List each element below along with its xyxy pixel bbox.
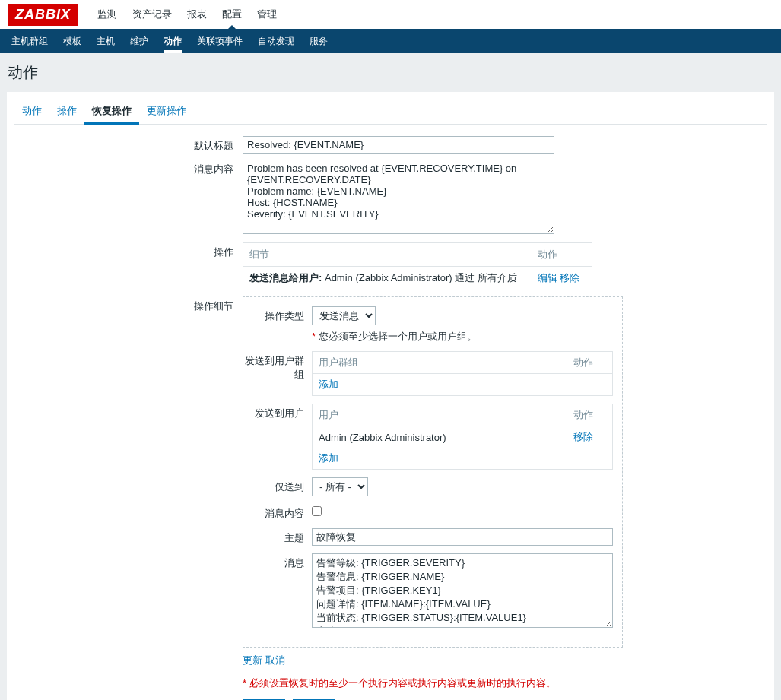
ops-remove-link[interactable]: 移除 xyxy=(560,272,579,283)
tab-operations[interactable]: 操作 xyxy=(49,100,84,125)
group-table: 用户群组 动作 添加 xyxy=(312,351,613,396)
tab-update[interactable]: 更新操作 xyxy=(139,100,194,125)
top-nav: 监测 资产记录 报表 配置 管理 xyxy=(90,0,284,29)
subnav-discovery[interactable]: 自动发现 xyxy=(250,29,302,53)
subject-input[interactable] xyxy=(312,528,613,546)
page-title: 动作 xyxy=(8,62,773,83)
default-title-label: 默认标题 xyxy=(14,136,243,154)
subject-label: 主题 xyxy=(243,528,312,546)
default-title-input[interactable] xyxy=(243,136,554,154)
user-action-col: 动作 xyxy=(567,404,613,426)
page-header: 动作 xyxy=(0,53,781,92)
subnav-maintenance[interactable]: 维护 xyxy=(122,29,156,53)
message-content-textarea[interactable] xyxy=(243,160,554,234)
ops-edit-link[interactable]: 编辑 xyxy=(538,272,557,283)
asterisk-icon: * xyxy=(243,677,249,689)
message-label: 消息 xyxy=(243,553,312,630)
user-col: 用户 xyxy=(313,404,567,426)
nav-reports[interactable]: 报表 xyxy=(179,0,214,29)
content: 动作 操作 恢复操作 更新操作 默认标题 消息内容 操作 细节 动作 发送消息给… xyxy=(7,92,774,700)
tab-action[interactable]: 动作 xyxy=(14,100,49,125)
asterisk-icon: * xyxy=(312,331,319,342)
ops-col-detail: 细节 xyxy=(243,243,532,267)
bottom-note: * 必须设置恢复时的至少一个执行内容或执行内容或更新时的执行内容。 xyxy=(243,676,767,690)
message-content-label: 消息内容 xyxy=(14,160,243,236)
detail-update-link[interactable]: 更新 xyxy=(243,654,262,666)
msg-content-label: 消息内容 xyxy=(243,504,312,521)
group-add-link[interactable]: 添加 xyxy=(319,379,338,390)
ops-row-value: Admin (Zabbix Administrator) 通过 所有介质 xyxy=(322,272,516,283)
op-detail-label: 操作细节 xyxy=(14,296,243,667)
sub-nav: 主机群组 模板 主机 维护 动作 关联项事件 自动发现 服务 xyxy=(0,29,781,53)
logo[interactable]: ZABBIX xyxy=(8,4,78,26)
subnav-actions[interactable]: 动作 xyxy=(156,29,189,53)
nav-configuration[interactable]: 配置 xyxy=(214,0,249,29)
user-remove-link[interactable]: 移除 xyxy=(573,431,593,442)
ops-col-action: 动作 xyxy=(532,243,592,267)
user-row-name: Admin (Zabbix Administrator) xyxy=(313,426,567,448)
message-textarea[interactable] xyxy=(312,553,613,628)
subnav-hostgroups[interactable]: 主机群组 xyxy=(4,29,56,53)
ops-row: 发送消息给用户: Admin (Zabbix Administrator) 通过… xyxy=(243,267,592,290)
ops-row-prefix: 发送消息给用户: xyxy=(249,272,322,283)
subnav-services[interactable]: 服务 xyxy=(302,29,335,53)
topbar: ZABBIX 监测 资产记录 报表 配置 管理 xyxy=(0,0,781,29)
ops-table: 细节 动作 发送消息给用户: Admin (Zabbix Administrat… xyxy=(243,242,592,290)
send-user-label: 发送到用户 xyxy=(243,404,312,470)
tabs: 动作 操作 恢复操作 更新操作 xyxy=(14,100,767,125)
nav-monitoring[interactable]: 监测 xyxy=(90,0,125,29)
subnav-correlation[interactable]: 关联项事件 xyxy=(189,29,250,53)
user-add-link[interactable]: 添加 xyxy=(319,452,338,464)
group-col: 用户群组 xyxy=(313,352,567,374)
op-detail-box: 操作类型 发送消息 * 您必须至少选择一个用户或用户组。 发送到用户群组 用户群… xyxy=(243,296,623,648)
required-msg: 您必须至少选择一个用户或用户组。 xyxy=(319,331,477,342)
subnav-templates[interactable]: 模板 xyxy=(56,29,89,53)
nav-inventory[interactable]: 资产记录 xyxy=(125,0,179,29)
msg-content-checkbox[interactable] xyxy=(312,506,322,516)
tab-recovery[interactable]: 恢复操作 xyxy=(84,100,139,125)
op-type-select[interactable]: 发送消息 xyxy=(312,306,376,325)
group-action-col: 动作 xyxy=(567,352,613,374)
op-type-label: 操作类型 xyxy=(243,306,312,344)
nav-administration[interactable]: 管理 xyxy=(249,0,284,29)
operations-label: 操作 xyxy=(14,242,243,290)
only-send-select[interactable]: - 所有 - xyxy=(312,477,368,496)
detail-cancel-link[interactable]: 取消 xyxy=(265,654,285,666)
send-group-label: 发送到用户群组 xyxy=(243,351,312,396)
only-send-label: 仅送到 xyxy=(243,477,312,496)
user-table: 用户 动作 Admin (Zabbix Administrator) 移除 添加 xyxy=(312,404,613,470)
subnav-hosts[interactable]: 主机 xyxy=(89,29,122,53)
bottom-note-text: 必须设置恢复时的至少一个执行内容或执行内容或更新时的执行内容。 xyxy=(249,677,556,689)
